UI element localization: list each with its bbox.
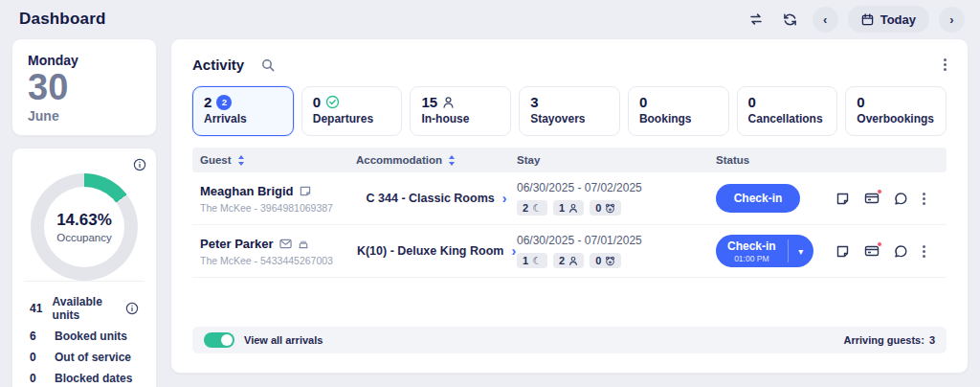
- accommodation-link[interactable]: K(10) - Deluxe King Room: [357, 244, 504, 258]
- check-in-button[interactable]: Check-in 01:00 PM: [716, 235, 788, 267]
- tab-cancellations[interactable]: 0 Cancellations: [737, 86, 838, 136]
- prev-day-button[interactable]: ‹: [813, 7, 838, 33]
- info-icon[interactable]: [125, 302, 139, 315]
- check-in-button[interactable]: Check-in: [716, 184, 800, 213]
- row-kebab-icon[interactable]: [923, 245, 925, 258]
- stat-value: 41: [30, 302, 53, 315]
- folio-icon[interactable]: [864, 244, 880, 258]
- page-title: Dashboard: [19, 10, 106, 29]
- occupancy-percent: 14.63%: [56, 211, 112, 230]
- tab-label: Overbookings: [857, 112, 935, 125]
- stat-label: Blocked dates: [55, 372, 132, 385]
- date-card: Monday 30 June: [11, 38, 157, 136]
- sort-icon[interactable]: [237, 155, 245, 166]
- stay-dates: 06/30/2025 - 07/02/2025: [517, 181, 716, 194]
- tab-count: 0: [857, 94, 864, 110]
- tab-count: 2: [204, 94, 212, 110]
- column-label: Stay: [517, 154, 540, 166]
- chat-icon[interactable]: [894, 244, 908, 259]
- sync-icon[interactable]: [778, 7, 803, 32]
- stat-value: 6: [30, 330, 55, 343]
- guest-cell: Meaghan Brigid The McKee - 3964981069387: [200, 184, 356, 214]
- children-badge: 0: [590, 200, 621, 216]
- stat-out-of-service: 0 Out of service: [28, 347, 141, 368]
- notification-dot: [877, 189, 882, 194]
- calendar-icon: [861, 13, 874, 26]
- arriving-guests: Arriving guests: 3: [844, 334, 935, 346]
- column-stay: Stay: [517, 154, 716, 166]
- stay-cell: 06/30/2025 - 07/01/2025 1 ☾ 2: [517, 234, 716, 268]
- tab-label: Bookings: [639, 112, 718, 125]
- accommodation-link[interactable]: C 344 - Classic Rooms: [367, 192, 495, 205]
- column-label: Status: [716, 154, 749, 166]
- occupancy-donut-chart: 14.63% Occupancy: [31, 173, 138, 281]
- tab-departures[interactable]: 0 Departures: [301, 86, 403, 136]
- tab-label: Arrivals: [204, 112, 282, 125]
- teddy-bear-icon: [605, 256, 615, 266]
- accommodation-cell: C 344 - Classic Rooms ›: [356, 192, 517, 205]
- next-day-button[interactable]: ›: [939, 7, 965, 33]
- stat-value: 0: [30, 372, 55, 385]
- guest-cell: Peter Parker The McKee - 5433445267003: [200, 237, 356, 266]
- tab-count: 0: [748, 94, 756, 110]
- date-day: 30: [28, 68, 141, 108]
- table-header: Guest Accommodation Stay Sta: [192, 148, 947, 172]
- cake-icon[interactable]: [298, 238, 309, 249]
- status-cell: Check-in 01:00 PM ▾: [716, 235, 939, 267]
- info-icon[interactable]: [133, 158, 146, 171]
- tab-count: 0: [639, 94, 647, 110]
- moon-icon: ☾: [532, 256, 542, 266]
- tab-overbookings[interactable]: 0 Overbookings: [845, 86, 947, 136]
- note-icon[interactable]: [835, 244, 850, 259]
- table-row: Peter Parker The McKee - 5433445267003: [192, 225, 947, 278]
- arrivals-footer-bar: View all arrivals Arriving guests: 3: [192, 327, 947, 353]
- check-circle-icon: [325, 95, 340, 109]
- nights-badge: 1 ☾: [517, 253, 547, 268]
- chat-icon[interactable]: [894, 192, 908, 206]
- search-icon[interactable]: [261, 58, 275, 72]
- mail-icon[interactable]: [279, 239, 292, 249]
- swap-icon[interactable]: [744, 7, 768, 32]
- check-in-split-button[interactable]: Check-in 01:00 PM ▾: [716, 235, 813, 267]
- tab-count: 0: [313, 94, 321, 110]
- guest-name[interactable]: Peter Parker: [200, 237, 274, 251]
- date-month: June: [28, 108, 141, 124]
- tab-count: 15: [421, 94, 437, 110]
- column-status: Status: [716, 154, 939, 166]
- note-icon[interactable]: [835, 192, 850, 206]
- sidebar: Monday 30 June 14.63% Occupancy: [11, 38, 157, 374]
- tab-count: 3: [530, 94, 538, 110]
- chevron-down-icon[interactable]: ▾: [789, 235, 813, 267]
- stat-label: Available units: [53, 295, 125, 322]
- activity-tabs: 2 2 Arrivals 0 Departures 1: [192, 86, 947, 136]
- tab-stayovers[interactable]: 3 Stayovers: [519, 86, 620, 136]
- folio-icon[interactable]: [864, 192, 880, 205]
- chevron-right-icon[interactable]: ›: [511, 244, 516, 258]
- today-button[interactable]: Today: [848, 6, 929, 33]
- view-all-arrivals-toggle[interactable]: [204, 332, 234, 348]
- occupancy-label: Occupancy: [56, 232, 112, 243]
- moon-icon: ☾: [532, 203, 542, 214]
- stat-booked-units: 6 Booked units: [28, 326, 141, 347]
- date-weekday: Monday: [28, 53, 141, 68]
- stat-blocked-dates: 0 Blocked dates: [28, 368, 141, 387]
- tab-bookings[interactable]: 0 Bookings: [628, 86, 729, 136]
- guest-name[interactable]: Meaghan Brigid: [200, 184, 294, 198]
- chevron-right-icon[interactable]: ›: [502, 192, 507, 205]
- row-kebab-icon[interactable]: [923, 193, 925, 205]
- column-guest[interactable]: Guest: [200, 154, 356, 166]
- sort-icon[interactable]: [448, 155, 456, 166]
- tab-arrivals[interactable]: 2 2 Arrivals: [192, 86, 294, 136]
- column-accommodation[interactable]: Accommodation: [356, 154, 517, 166]
- adults-badge: 2: [553, 253, 584, 268]
- children-badge: 0: [590, 253, 621, 268]
- adults-badge: 1: [553, 200, 584, 216]
- tab-label: Departures: [313, 112, 391, 125]
- status-cell: Check-in: [716, 184, 939, 213]
- note-icon[interactable]: [300, 185, 311, 196]
- notification-dot: [877, 241, 882, 247]
- nights-badge: 2 ☾: [517, 200, 547, 216]
- tab-in-house[interactable]: 15 In-house: [410, 86, 511, 136]
- check-in-time: 01:00 PM: [734, 254, 768, 263]
- kebab-menu-icon[interactable]: [944, 58, 947, 71]
